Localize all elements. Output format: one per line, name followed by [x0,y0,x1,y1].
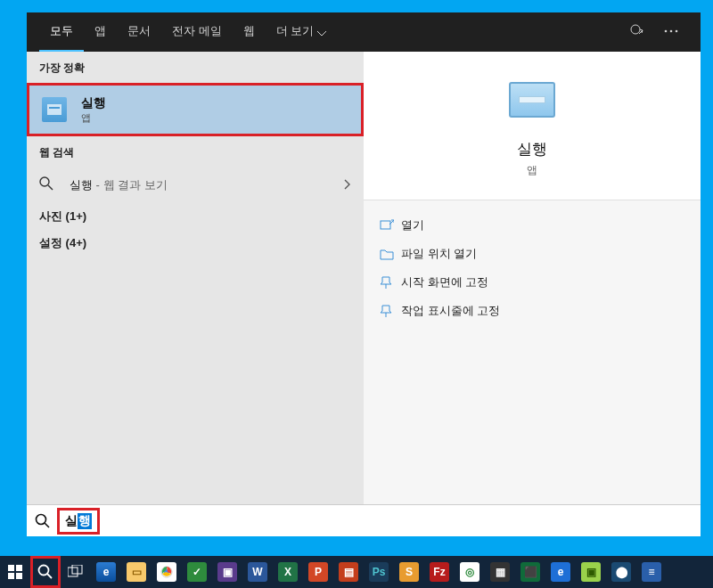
svg-rect-13 [8,573,14,579]
svg-line-10 [45,523,49,527]
web-search-result[interactable]: 실행 - 웹 결과 보기 [27,167,364,203]
taskbar-app-generic-6[interactable]: ▣ [576,556,606,588]
svg-point-2 [670,29,673,32]
detail-title: 실행 [517,139,547,159]
chevron-down-icon [317,31,326,37]
search-results-panel: 모두 앱 문서 전자 메일 웹 더 보기 가장 정확 실행 앱 [27,12,701,536]
feedback-icon[interactable] [620,23,654,42]
taskbar-app-generic-7[interactable]: ⬤ [606,556,636,588]
search-typed-text: 실 [65,513,78,529]
photos-category[interactable]: 사진 (1+) [27,203,364,230]
web-search-text: 실행 - 웹 결과 보기 [70,177,344,193]
web-search-term: 실행 [70,178,93,192]
taskbar-app-word[interactable]: W [242,556,273,588]
search-tab-bar: 모두 앱 문서 전자 메일 웹 더 보기 [27,12,701,52]
taskbar-app-generic-1[interactable]: ▣ [212,556,242,588]
result-detail-pane: 실행 앱 열기 파일 위치 열기 [364,52,701,504]
taskbar-app-ie[interactable]: e [545,556,576,588]
tab-more[interactable]: 더 보기 [266,12,337,52]
action-open-file-location[interactable]: 파일 위치 열기 [380,240,684,268]
best-match-title: 실행 [81,95,106,111]
tab-email[interactable]: 전자 메일 [161,12,233,52]
settings-category[interactable]: 설정 (4+) [27,230,364,257]
taskbar-app-sublime[interactable]: S [394,556,424,588]
web-search-hint: - 웹 결과 보기 [93,178,168,192]
taskbar-app-generic-8[interactable]: ≡ [636,556,667,588]
taskbar-app-filezilla[interactable]: Fz [424,556,455,588]
taskbar-app-excel[interactable]: X [273,556,303,588]
tab-web[interactable]: 웹 [233,12,266,52]
taskbar-app-explorer[interactable]: ▭ [121,556,152,588]
action-open-location-label: 파일 위치 열기 [401,246,477,262]
task-view-button[interactable] [61,556,91,588]
search-input-icon [27,513,59,529]
start-button[interactable] [0,556,30,588]
svg-point-0 [631,25,640,34]
tab-documents[interactable]: 문서 [117,12,161,52]
action-pin-to-taskbar[interactable]: 작업 표시줄에 고정 [380,297,684,325]
tab-more-label: 더 보기 [276,24,315,37]
taskbar-app-photoshop[interactable]: Ps [364,556,394,588]
taskbar-app-generic-3[interactable]: ◎ [455,556,485,588]
more-options-icon[interactable] [654,23,688,42]
detail-header: 실행 앱 [364,52,701,200]
svg-rect-12 [16,565,22,571]
svg-rect-5 [49,107,60,109]
svg-rect-4 [47,104,61,115]
svg-rect-11 [8,565,14,571]
search-input-row: 실행 [27,504,701,536]
run-large-icon [502,77,562,123]
folder-icon [380,247,401,261]
chevron-right-icon [344,177,351,193]
search-input[interactable]: 실행 [57,508,100,535]
taskbar-app-edge[interactable]: e [91,556,121,588]
search-content: 가장 정확 실행 앱 웹 검색 실행 - 웹 결과 보기 [27,52,701,504]
taskbar-app-generic-5[interactable]: ⬛ [515,556,545,588]
svg-point-3 [676,29,678,32]
results-list: 가장 정확 실행 앱 웹 검색 실행 - 웹 결과 보기 [27,52,364,504]
search-autocomplete-selection: 행 [78,513,92,529]
action-open[interactable]: 열기 [380,211,684,240]
action-pin-to-start[interactable]: 시작 화면에 고정 [380,268,684,297]
svg-point-15 [39,566,49,576]
best-match-subtitle: 앱 [81,111,106,125]
taskbar-app-generic-2[interactable]: ▤ [333,556,364,588]
svg-line-16 [47,574,52,578]
svg-rect-14 [16,573,22,579]
action-pin-start-label: 시작 화면에 고정 [401,274,488,290]
svg-point-9 [37,514,46,524]
taskbar-app-powerpoint[interactable]: P [303,556,333,588]
svg-line-7 [48,185,53,190]
taskbar-app-security[interactable]: ✓ [182,556,212,588]
search-icon [39,176,53,194]
taskbar-app-generic-4[interactable]: ▦ [485,556,515,588]
tab-apps[interactable]: 앱 [84,12,117,52]
action-pin-taskbar-label: 작업 표시줄에 고정 [401,303,500,319]
web-search-label: 웹 검색 [27,136,364,167]
best-match-label: 가장 정확 [27,52,364,83]
best-match-result-run[interactable]: 실행 앱 [27,83,364,136]
taskbar-search-button[interactable] [30,556,61,588]
tab-all[interactable]: 모두 [39,12,84,52]
run-app-icon [42,97,67,122]
pin-start-icon [380,275,401,290]
taskbar-app-chrome[interactable] [152,556,182,588]
svg-rect-8 [381,221,390,229]
detail-subtitle: 앱 [527,163,537,178]
svg-point-6 [40,177,49,186]
action-open-label: 열기 [401,217,424,233]
taskbar: e ▭ ✓ ▣ W X P ▤ Ps S Fz ◎ ▦ ⬛ e ▣ ⬤ ≡ [0,556,713,588]
pin-taskbar-icon [380,304,401,318]
svg-point-1 [665,29,668,32]
open-icon [380,218,401,233]
action-list: 열기 파일 위치 열기 시작 화면에 고정 [364,200,701,336]
